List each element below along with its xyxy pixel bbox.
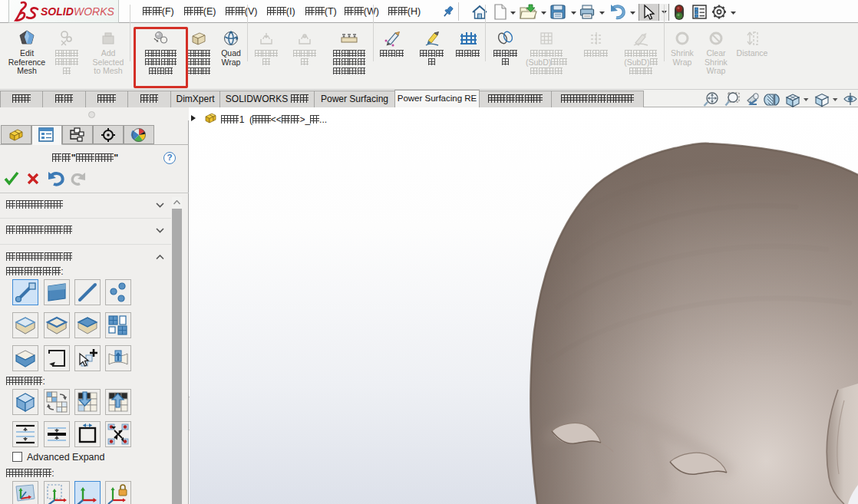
svg-text:WORKS: WORKS: [74, 5, 115, 18]
svg-text:SOLID: SOLID: [41, 5, 74, 18]
